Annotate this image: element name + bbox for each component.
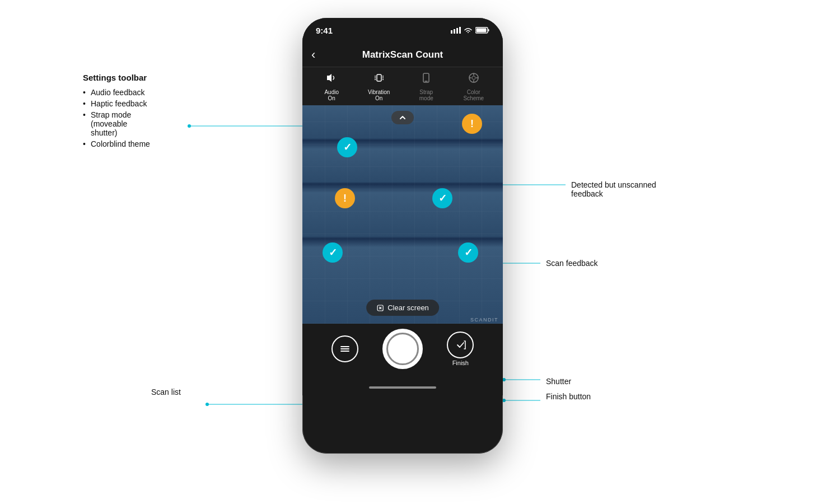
status-time: 9:41 (316, 26, 333, 35)
list-item-strap: Strap mode(moveableshutter) (83, 109, 206, 138)
color-label: ColorScheme (463, 89, 484, 101)
annotation-panel: Settings toolbar Audio feedback Haptic f… (83, 73, 206, 150)
scan-list-button[interactable] (331, 335, 358, 362)
audio-label: AudioOn (324, 89, 339, 101)
list-item-audio: Audio feedback (83, 87, 206, 98)
settings-toolbar: AudioOn VibrationOn (302, 67, 503, 105)
scan-badge-6: ✓ (458, 242, 478, 263)
strap-icon (420, 72, 432, 87)
shutter-label: Shutter (546, 377, 571, 386)
scan-feedback-label: Scan feedback (546, 259, 598, 268)
battery-icon (475, 27, 489, 34)
vibration-icon (373, 72, 385, 87)
scan-list-label: Scan list (151, 388, 181, 396)
detected-label: Detected but unscannedfeedback (571, 180, 656, 198)
toolbar-audio[interactable]: AudioOn (312, 72, 351, 101)
shutter-up-indicator (391, 111, 414, 124)
home-bar (369, 386, 436, 389)
toolbar-strap[interactable]: Strapmode (407, 72, 446, 101)
toolbar-color[interactable]: ColorScheme (454, 72, 493, 101)
svg-rect-14 (456, 28, 458, 34)
settings-list: Audio feedback Haptic feedback Strap mod… (83, 87, 206, 150)
scan-badge-5: ✓ (323, 242, 343, 263)
shutter-button[interactable] (382, 329, 423, 369)
toolbar-vibration[interactable]: VibrationOn (359, 72, 399, 101)
scan-badge-4: ✓ (432, 188, 452, 208)
wifi-icon (464, 27, 473, 34)
clear-screen-button[interactable]: Clear screen (366, 300, 439, 316)
svg-rect-19 (377, 74, 381, 81)
svg-rect-17 (488, 29, 489, 31)
nav-bar: ‹ MatrixScan Count (302, 43, 503, 67)
audio-icon (325, 72, 338, 87)
clear-screen-label: Clear screen (387, 304, 429, 312)
phone-frame: 9:41 ‹ MatrixScan Count (302, 18, 503, 454)
status-icons (451, 27, 489, 34)
finish-icon (454, 339, 466, 351)
finish-button-label: Finish button (546, 392, 591, 401)
status-bar: 9:41 (302, 18, 503, 43)
scan-badge-3: ! (335, 188, 355, 208)
list-item-haptic: Haptic feedback (83, 98, 206, 109)
svg-point-3 (206, 403, 209, 406)
crate-overlay (302, 105, 503, 324)
scan-list-icon (339, 343, 351, 355)
clear-screen-icon (376, 304, 384, 312)
finish-button[interactable] (447, 332, 474, 358)
bottom-bar: Finish (302, 324, 503, 380)
back-button[interactable]: ‹ (311, 48, 315, 62)
scan-badge-1: ✓ (337, 137, 357, 157)
scandit-watermark: SCANDIT (470, 317, 498, 323)
strap-label: Strapmode (419, 89, 433, 101)
finish-button-wrap: Finish (447, 332, 474, 366)
settings-toolbar-title: Settings toolbar (83, 73, 206, 82)
list-item-colorblind: Colorblind theme (83, 138, 206, 150)
svg-rect-12 (451, 30, 452, 34)
shutter-button-inner (386, 333, 419, 365)
svg-rect-18 (477, 29, 487, 32)
home-indicator (302, 380, 503, 395)
camera-view: ✓ ! ! ✓ ✓ ✓ Clear screen SCANDIT (302, 105, 503, 324)
nav-title: MatrixScan Count (362, 49, 443, 60)
finish-label: Finish (452, 360, 469, 366)
signal-icon (451, 27, 461, 34)
svg-rect-15 (459, 27, 461, 34)
color-icon (468, 72, 480, 87)
svg-point-29 (472, 76, 475, 80)
svg-rect-13 (454, 29, 455, 34)
vibration-label: VibrationOn (368, 89, 390, 101)
scan-badge-2: ! (462, 114, 482, 134)
